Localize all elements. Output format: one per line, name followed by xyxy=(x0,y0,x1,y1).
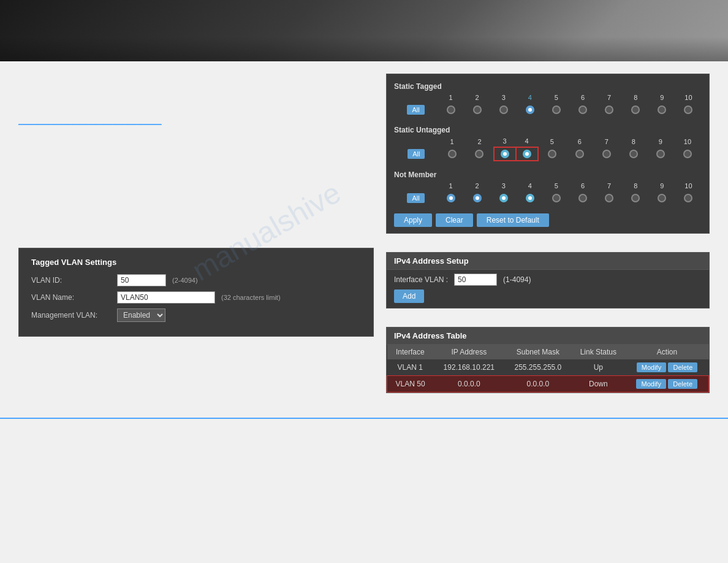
su-port-9-radio[interactable] xyxy=(656,150,665,158)
header-banner xyxy=(0,0,728,61)
su-col-9: 9 xyxy=(647,136,674,147)
nm-col-1: 1 xyxy=(438,180,464,191)
ipv4-setup-title: IPv4 Address Setup xyxy=(387,253,709,270)
st-col-6: 6 xyxy=(569,92,596,103)
nm-port-7-radio[interactable] xyxy=(605,194,613,202)
su-port-4-radio[interactable] xyxy=(523,150,531,158)
st-col-2: 2 xyxy=(464,92,490,103)
table-row: All xyxy=(394,191,702,205)
nm-port-8-radio[interactable] xyxy=(631,194,640,202)
static-untagged-all-btn[interactable]: All xyxy=(408,149,425,159)
ipv4-table-box: IPv4 Address Table Interface IP Address … xyxy=(386,327,710,393)
nm-port-9-radio[interactable] xyxy=(658,194,666,202)
vlan50-modify-button[interactable]: Modify xyxy=(636,379,665,389)
table-row: All xyxy=(394,103,702,117)
vlan-id-hint: (2-4094) xyxy=(172,277,198,284)
vlan1-status: Up xyxy=(571,359,625,376)
ipv4-address-table: Interface IP Address Subnet Mask Link St… xyxy=(387,345,709,393)
st-col-4: 4 xyxy=(517,92,543,103)
mgmt-vlan-select[interactable]: Enabled Disabled xyxy=(117,308,165,322)
nm-port-3-radio[interactable] xyxy=(499,194,508,202)
addr-col-ip: IP Address xyxy=(433,345,504,359)
apply-button[interactable]: Apply xyxy=(394,213,432,227)
vlan-name-row: VLAN Name: (32 characters limit) xyxy=(31,291,361,304)
ipv4-add-button[interactable]: Add xyxy=(394,289,424,303)
su-port-1-radio[interactable] xyxy=(448,150,457,158)
nm-col-3: 3 xyxy=(490,180,517,191)
nm-col-6: 6 xyxy=(569,180,596,191)
table-row: VLAN 50 0.0.0.0 0.0.0.0 Down Modify Dele… xyxy=(387,376,709,393)
static-untagged-label: Static Untagged xyxy=(394,123,702,136)
static-untagged-table: 1 2 3 4 5 6 7 8 9 10 xyxy=(394,136,702,161)
vlan50-ip: 0.0.0.0 xyxy=(433,376,504,393)
ipv4-table-title: IPv4 Address Table xyxy=(387,327,709,345)
ipv4-interface-label: Interface VLAN : xyxy=(394,275,448,284)
ipv4-interface-input[interactable] xyxy=(454,274,497,286)
vlan1-interface: VLAN 1 xyxy=(387,359,434,376)
vlan-name-input[interactable] xyxy=(117,291,215,304)
footer xyxy=(0,418,728,431)
st-port-6-radio[interactable] xyxy=(578,105,587,114)
su-port-7-radio[interactable] xyxy=(602,150,611,158)
su-col-2: 2 xyxy=(466,136,494,147)
su-col-4: 4 xyxy=(516,136,538,147)
not-member-all-btn[interactable]: All xyxy=(407,193,424,203)
st-port-1-radio[interactable] xyxy=(447,105,455,114)
st-port-7-radio[interactable] xyxy=(605,105,613,114)
table-row: All xyxy=(394,147,701,161)
vlan50-interface: VLAN 50 xyxy=(387,376,434,393)
nm-port-1-radio[interactable] xyxy=(447,194,455,202)
vlan-id-input[interactable] xyxy=(117,274,166,286)
st-col-10: 10 xyxy=(675,92,702,103)
vlan-id-label: VLAN ID: xyxy=(31,276,111,285)
table-row: VLAN 1 192.168.10.221 255.255.255.0 Up M… xyxy=(387,359,709,376)
nm-port-10-radio[interactable] xyxy=(684,194,692,202)
su-port-8-radio[interactable] xyxy=(629,150,638,158)
st-col-3: 3 xyxy=(490,92,517,103)
static-tagged-all-btn[interactable]: All xyxy=(407,105,424,115)
vlan-name-label: VLAN Name: xyxy=(31,293,111,302)
nm-port-4-radio[interactable] xyxy=(526,194,534,202)
st-col-8: 8 xyxy=(623,92,649,103)
addr-col-mask: Subnet Mask xyxy=(505,345,572,359)
vlan1-ip: 192.168.10.221 xyxy=(433,359,504,376)
vlan50-delete-button[interactable]: Delete xyxy=(668,379,697,389)
action-buttons-row: Apply Clear Reset to Default xyxy=(387,210,709,233)
addr-col-status: Link Status xyxy=(571,345,625,359)
vlan-name-hint: (32 characters limit) xyxy=(221,294,281,301)
nm-port-6-radio[interactable] xyxy=(578,194,587,202)
vlan-id-row: VLAN ID: (2-4094) xyxy=(31,274,361,286)
st-col-1: 1 xyxy=(438,92,464,103)
reset-button[interactable]: Reset to Default xyxy=(477,213,549,227)
st-port-4-radio[interactable] xyxy=(526,105,534,114)
su-col-5: 5 xyxy=(538,136,566,147)
su-col-8: 8 xyxy=(620,136,647,147)
su-port-10-radio[interactable] xyxy=(683,150,692,158)
su-col-1: 1 xyxy=(439,136,466,147)
st-port-2-radio[interactable] xyxy=(473,105,482,114)
st-port-8-radio[interactable] xyxy=(631,105,640,114)
st-port-5-radio[interactable] xyxy=(552,105,561,114)
nm-port-5-radio[interactable] xyxy=(552,194,561,202)
vlan50-action: Modify Delete xyxy=(626,376,709,393)
right-panel: Static Tagged 1 2 3 4 5 6 7 xyxy=(386,74,710,393)
su-port-2-radio[interactable] xyxy=(475,150,483,158)
tagged-vlan-settings-box: Tagged VLAN Settings VLAN ID: (2-4094) V… xyxy=(18,248,374,337)
st-col-5: 5 xyxy=(543,92,569,103)
su-port-5-radio[interactable] xyxy=(548,150,556,158)
nav-link[interactable]: ___________________________________ xyxy=(18,117,162,125)
st-port-9-radio[interactable] xyxy=(658,105,666,114)
su-port-3-radio[interactable] xyxy=(501,150,509,158)
vlan1-modify-button[interactable]: Modify xyxy=(637,362,666,372)
nm-col-2: 2 xyxy=(464,180,490,191)
nm-port-2-radio[interactable] xyxy=(473,194,482,202)
vlan1-delete-button[interactable]: Delete xyxy=(668,362,697,372)
su-port-6-radio[interactable] xyxy=(575,150,584,158)
vlan1-mask: 255.255.255.0 xyxy=(505,359,572,376)
su-col-3: 3 xyxy=(494,136,516,147)
ipv4-interface-hint: (1-4094) xyxy=(503,275,531,284)
clear-button[interactable]: Clear xyxy=(436,213,473,227)
st-port-10-radio[interactable] xyxy=(684,105,692,114)
ipv4-setup-box: IPv4 Address Setup Interface VLAN : (1-4… xyxy=(386,252,710,308)
st-port-3-radio[interactable] xyxy=(499,105,508,114)
